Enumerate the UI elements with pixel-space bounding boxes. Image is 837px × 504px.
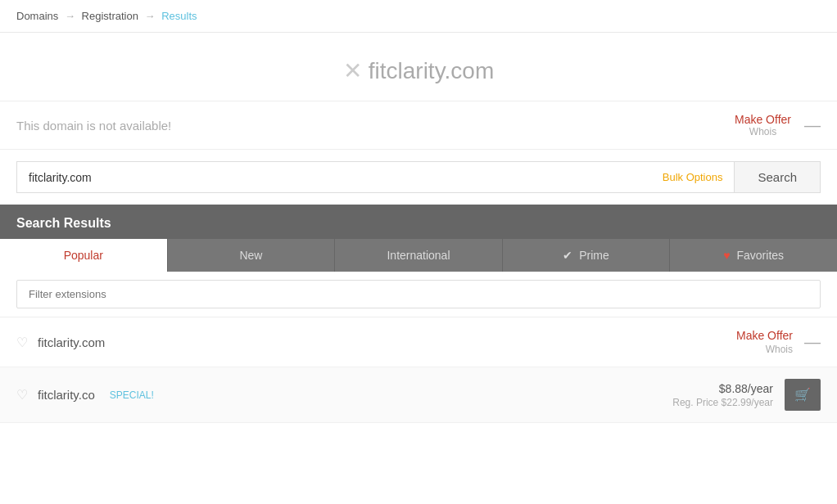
- heart-icon: ♥: [723, 249, 730, 262]
- cart-icon: 🛒: [794, 388, 811, 402]
- domain-row-right: Make Offer Whois —: [736, 329, 821, 355]
- domain-results: ♡ fitclarity.com Make Offer Whois — ♡ fi…: [0, 317, 837, 423]
- tabs-container: Popular New International ✔ Prime ♥ Favo…: [0, 239, 837, 272]
- availability-actions: Make Offer Whois —: [735, 113, 821, 137]
- availability-bar: This domain is not available! Make Offer…: [0, 101, 837, 150]
- tab-international[interactable]: International: [335, 239, 503, 272]
- price-info: $8.88/year Reg. Price $22.99/year: [672, 382, 773, 408]
- result-whois-link[interactable]: Whois: [766, 344, 793, 355]
- availability-message: This domain is not available!: [16, 119, 171, 133]
- breadcrumb-domains[interactable]: Domains: [16, 10, 58, 22]
- domain-result-name: fitclarity.co: [38, 388, 95, 402]
- make-offer-right: Make Offer Whois: [736, 329, 793, 355]
- favorite-icon[interactable]: ♡: [16, 387, 28, 403]
- make-offer-section: Make Offer Whois: [735, 113, 791, 137]
- tab-prime[interactable]: ✔ Prime: [503, 239, 671, 272]
- make-offer-link[interactable]: Make Offer: [735, 113, 791, 126]
- check-icon: ✔: [563, 249, 572, 262]
- x-mark-icon: ✕: [343, 58, 362, 83]
- search-button[interactable]: Search: [734, 162, 820, 192]
- domain-row-left: ♡ fitclarity.com: [16, 335, 105, 350]
- reg-price: Reg. Price $22.99/year: [672, 397, 773, 408]
- domain-row-left: ♡ fitclarity.co SPECIAL!: [16, 387, 154, 403]
- breadcrumb-sep2: →: [145, 10, 156, 22]
- main-price: $8.88/year: [719, 382, 773, 395]
- collapse-button[interactable]: —: [804, 116, 821, 135]
- breadcrumb: Domains → Registration → Results: [0, 0, 837, 33]
- favorite-icon[interactable]: ♡: [16, 335, 28, 350]
- domain-result-name: fitclarity.com: [38, 335, 105, 349]
- breadcrumb-current: Results: [161, 10, 197, 22]
- add-to-cart-button[interactable]: 🛒: [785, 379, 821, 411]
- domain-row-right: $8.88/year Reg. Price $22.99/year 🛒: [672, 379, 821, 411]
- breadcrumb-registration[interactable]: Registration: [82, 10, 138, 22]
- table-row: ♡ fitclarity.com Make Offer Whois —: [0, 317, 837, 367]
- domain-title: ✕fitclarity.com: [16, 57, 821, 84]
- special-badge: SPECIAL!: [110, 389, 154, 401]
- searched-domain: fitclarity.com: [369, 58, 495, 83]
- result-make-offer-link[interactable]: Make Offer: [736, 329, 793, 342]
- search-results-section: Search Results Popular New International…: [0, 205, 837, 272]
- filter-bar: [0, 272, 837, 317]
- search-input[interactable]: [17, 162, 651, 192]
- tab-new[interactable]: New: [168, 239, 336, 272]
- tab-favorites[interactable]: ♥ Favorites: [670, 239, 837, 272]
- bulk-options-button[interactable]: Bulk Options: [651, 162, 735, 192]
- search-bar: Bulk Options Search: [16, 161, 821, 193]
- domain-header: ✕fitclarity.com: [0, 33, 837, 101]
- tab-popular[interactable]: Popular: [0, 239, 168, 272]
- result-collapse-button[interactable]: —: [804, 333, 821, 352]
- breadcrumb-sep1: →: [65, 10, 75, 22]
- search-results-title: Search Results: [0, 205, 837, 231]
- filter-extensions-input[interactable]: [16, 280, 821, 308]
- table-row: ♡ fitclarity.co SPECIAL! $8.88/year Reg.…: [0, 367, 837, 423]
- whois-link[interactable]: Whois: [735, 126, 791, 137]
